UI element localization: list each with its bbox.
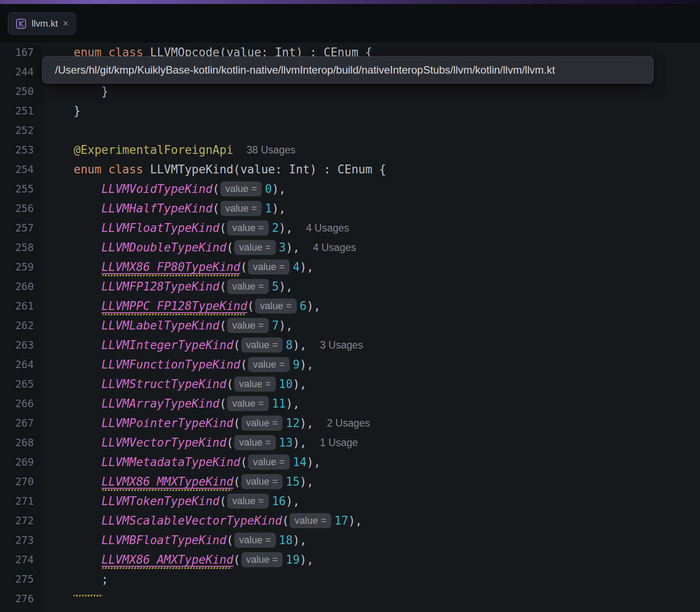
code-line[interactable]: 255 LLVMVoidTypeKind(value =0),: [0, 179, 700, 199]
token: LLVMFunctionTypeKind: [102, 355, 240, 374]
inlay-hint-chip[interactable]: value =: [255, 298, 297, 314]
code-line[interactable]: 252: [0, 121, 700, 140]
token: (: [212, 179, 220, 199]
line-number[interactable]: 250: [0, 82, 43, 101]
token: [74, 530, 102, 550]
line-number[interactable]: 256: [0, 199, 43, 218]
code-line[interactable]: 260 LLVMFP128TypeKind(value =5),: [0, 277, 700, 296]
usages-hint[interactable]: 4 Usages: [313, 238, 356, 257]
code-line[interactable]: 271 LLVMTokenTypeKind(value =16),: [0, 491, 700, 511]
code-line[interactable]: 256 LLVMHalfTypeKind(value =1),: [0, 199, 700, 218]
line-number[interactable]: 262: [0, 316, 43, 335]
line-number[interactable]: 261: [0, 296, 43, 316]
code-line[interactable]: 268 LLVMVectorTypeKind(value =13),1 Usag…: [0, 433, 700, 452]
code-line[interactable]: 265 LLVMStructTypeKind(value =10),: [0, 374, 700, 394]
inlay-hint-chip[interactable]: value =: [234, 533, 276, 548]
token: LLVMVectorTypeKind: [102, 433, 227, 452]
inlay-hint-chip[interactable]: value =: [241, 416, 283, 431]
line-number[interactable]: 276: [0, 589, 43, 608]
line-number[interactable]: 264: [0, 355, 43, 374]
line-number[interactable]: 255: [0, 179, 43, 199]
tab-label: llvm.kt: [31, 18, 58, 29]
code-line[interactable]: 275 ;: [0, 569, 700, 589]
code-line[interactable]: 253@ExperimentalForeignApi38 Usages: [0, 140, 700, 160]
inlay-hint-chip[interactable]: value =: [227, 318, 269, 333]
line-number[interactable]: 251: [0, 101, 43, 121]
inlay-hint-chip[interactable]: value =: [241, 474, 283, 490]
token: (: [240, 257, 248, 277]
inlay-hint-chip[interactable]: value =: [241, 552, 283, 568]
code-editor[interactable]: 167enum class LLVMOpcode(value: Int) : C…: [0, 43, 700, 612]
code-line[interactable]: 266 LLVMArrayTypeKind(value =11),: [0, 394, 700, 413]
code-line[interactable]: 262 LLVMLabelTypeKind(value =7),: [0, 316, 700, 335]
inlay-hint-chip[interactable]: value =: [227, 220, 269, 236]
token: LLVMDoubleTypeKind: [102, 238, 227, 257]
code-line[interactable]: 261 LLVMPPC_FP128TypeKind(value =6),: [0, 296, 700, 316]
code-content: LLVMFunctionTypeKind(value =9),: [74, 355, 314, 374]
line-number[interactable]: 269: [0, 452, 43, 472]
inlay-hint-chip[interactable]: value =: [227, 396, 269, 412]
code-line[interactable]: 264 LLVMFunctionTypeKind(value =9),: [0, 355, 700, 374]
token: LLVMStructTypeKind: [102, 374, 227, 394]
line-number[interactable]: 270: [0, 472, 43, 491]
line-number[interactable]: 252: [0, 121, 43, 140]
inlay-hint-chip[interactable]: value =: [290, 513, 331, 529]
line-number[interactable]: 244: [0, 62, 43, 82]
line-number[interactable]: 253: [0, 140, 43, 160]
usages-hint[interactable]: 3 Usages: [320, 335, 363, 355]
line-number[interactable]: 271: [0, 491, 43, 511]
code-line[interactable]: 274 LLVMX86_AMXTypeKind(value =19),: [0, 550, 700, 569]
token: (: [220, 316, 227, 335]
tab-llvm-kt[interactable]: llvm.kt ×: [8, 12, 76, 35]
token: (: [240, 355, 248, 374]
line-number[interactable]: 272: [0, 511, 43, 530]
inlay-hint-chip[interactable]: value =: [234, 435, 276, 451]
code-line[interactable]: 250 }: [0, 82, 700, 101]
token: (: [220, 277, 227, 296]
inlay-hint-chip[interactable]: value =: [248, 259, 290, 275]
code-line[interactable]: 258 LLVMDoubleTypeKind(value =3),4 Usage…: [0, 238, 700, 257]
line-number[interactable]: 275: [0, 569, 43, 589]
token: LLVMTypeKind(value: Int) : CEnum {: [143, 160, 386, 179]
line-number[interactable]: 273: [0, 530, 43, 550]
line-number[interactable]: 267: [0, 413, 43, 433]
code-line[interactable]: 276: [0, 589, 700, 608]
close-icon[interactable]: ×: [63, 19, 69, 28]
usages-hint[interactable]: 1 Usage: [320, 433, 358, 452]
line-number[interactable]: 257: [0, 218, 43, 238]
inlay-hint-chip[interactable]: value =: [248, 357, 290, 373]
inlay-hint-chip[interactable]: value =: [227, 279, 269, 294]
line-number[interactable]: 263: [0, 335, 43, 355]
inlay-hint-chip[interactable]: value =: [248, 455, 290, 470]
inlay-hint-chip[interactable]: value =: [234, 377, 276, 392]
token: 13: [279, 433, 293, 452]
line-number[interactable]: 266: [0, 394, 43, 413]
usages-hint[interactable]: 4 Usages: [306, 218, 349, 238]
code-line[interactable]: 270 LLVMX86_MMXTypeKind(value =15),: [0, 472, 700, 491]
code-line[interactable]: 263 LLVMIntegerTypeKind(value =8),3 Usag…: [0, 335, 700, 355]
line-number[interactable]: 268: [0, 433, 43, 452]
inlay-hint-chip[interactable]: value =: [220, 181, 262, 197]
line-number[interactable]: 274: [0, 550, 43, 569]
line-number[interactable]: 259: [0, 257, 43, 277]
code-line[interactable]: 259 LLVMX86_FP80TypeKind(value =4),: [0, 257, 700, 277]
inlay-hint-chip[interactable]: value =: [241, 337, 283, 353]
usages-hint[interactable]: 2 Usages: [327, 413, 370, 433]
token: (: [220, 218, 227, 238]
inlay-hint-chip[interactable]: value =: [234, 240, 276, 255]
line-number[interactable]: 167: [0, 43, 43, 62]
code-line[interactable]: 257 LLVMFloatTypeKind(value =2),4 Usages: [0, 218, 700, 238]
code-line[interactable]: 267 LLVMPointerTypeKind(value =12),2 Usa…: [0, 413, 700, 433]
code-line[interactable]: 254enum class LLVMTypeKind(value: Int) :…: [0, 160, 700, 179]
line-number[interactable]: 260: [0, 277, 43, 296]
inlay-hint-chip[interactable]: value =: [227, 494, 269, 509]
line-number[interactable]: 265: [0, 374, 43, 394]
code-line[interactable]: 269 LLVMMetadataTypeKind(value =14),: [0, 452, 700, 472]
usages-hint[interactable]: 38 Usages: [247, 140, 295, 160]
code-line[interactable]: 273 LLVMBFloatTypeKind(value =18),: [0, 530, 700, 550]
code-line[interactable]: 251}: [0, 101, 700, 121]
inlay-hint-chip[interactable]: value =: [220, 201, 262, 216]
line-number[interactable]: 254: [0, 160, 43, 179]
line-number[interactable]: 258: [0, 238, 43, 257]
code-line[interactable]: 272 LLVMScalableVectorTypeKind(value =17…: [0, 511, 700, 530]
